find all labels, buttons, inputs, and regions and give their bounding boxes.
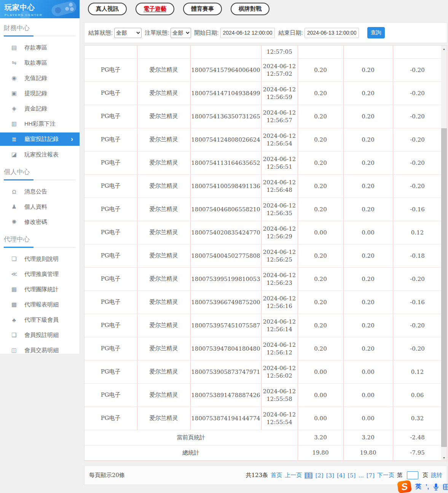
search-button[interactable]: 查詢: [367, 27, 385, 38]
cell-bet-amount: 0.20: [298, 314, 343, 337]
jump-button[interactable]: 跳转: [431, 472, 442, 479]
sidebar-item-label: 玩家投注報表: [24, 151, 59, 158]
cell-order-no: 1800753947804180480: [190, 337, 261, 360]
summary-valid-bet: 3.20: [343, 430, 393, 445]
cell-platform: [84, 46, 137, 58]
sidebar-item-agent-report-detail[interactable]: ▩ 代理報表明細: [0, 297, 80, 312]
cell-platform: PG电子: [84, 314, 137, 337]
cell-profit: -0.20: [393, 81, 442, 105]
ime-language-toggle[interactable]: 英: [415, 483, 421, 491]
vertical-scrollbar[interactable]: ▲ ▼: [441, 46, 447, 461]
bet-date: 2024-06-12: [261, 388, 298, 395]
summary-bet-amount: 19.80: [298, 445, 343, 460]
page-link-3[interactable]: [3]: [326, 472, 334, 479]
cell-valid-bet: 0.20: [343, 58, 393, 81]
end-date-input[interactable]: [305, 28, 359, 38]
summary-label: 當前頁統計: [84, 430, 298, 445]
sidebar-item-member-trade-detail[interactable]: ◫ 會員交易明細: [0, 343, 80, 358]
bet-clock: 12:55:54: [261, 418, 298, 426]
page-link-2[interactable]: [2]: [315, 472, 323, 479]
table-row: PG电子 爱尔兰精灵 1800753905873747971 2024-06-1…: [84, 360, 442, 383]
table-row: PG电子 爱尔兰精灵 1800754020835424770 2024-06-1…: [84, 221, 442, 244]
cell-platform: PG电子: [84, 58, 137, 81]
start-date-label: 開始日期:: [194, 29, 218, 37]
bet-clock: 12:56:14: [261, 325, 298, 333]
keyboard-icon[interactable]: [443, 483, 448, 490]
app-logo: 玩家中心 PLAYERS CENTER: [0, 0, 80, 18]
sidebar-item-announcement[interactable]: Ω 消息公告: [0, 184, 80, 199]
tab-electronic-games[interactable]: 電子遊藝: [136, 3, 174, 15]
cell-profit: 0.12: [393, 221, 442, 244]
cell-game: 爱尔兰精灵: [137, 407, 190, 430]
cell-time: 12:57:05: [261, 46, 298, 58]
cell-order-no: 1800754020835424770: [190, 221, 261, 244]
sidebar-item-deposit[interactable]: ▤ 存款專區: [0, 40, 80, 55]
page-link-1[interactable]: [1]: [305, 472, 312, 479]
lottery-bet-icon: ▥: [10, 120, 18, 127]
cell-profit: -0.20: [393, 58, 442, 81]
scroll-up-icon[interactable]: ▲: [441, 46, 447, 52]
cell-bet-amount: 0.20: [298, 337, 343, 360]
sidebar-item-withdraw[interactable]: ⇋ 取款專區: [0, 55, 80, 70]
cell-order-no: 1800753905873747971: [190, 360, 261, 383]
pagination-controls: 共123条 首页 上一页 [1] [2] [3] [4] [5] ... [7]…: [246, 471, 442, 479]
pagination-bar: 每頁顯示20條 共123条 首页 上一页 [1] [2] [3] [4] [5]…: [84, 466, 447, 485]
sidebar-item-funds-record[interactable]: ◈ 資金記錄: [0, 101, 80, 116]
cell-valid-bet: 0.20: [343, 174, 393, 198]
sidebar-item-agent-rules[interactable]: ❏ 代理規則說明: [0, 251, 80, 266]
sidebar-item-profile[interactable]: ♟ 個人資料: [0, 199, 80, 214]
sidebar-item-label: 存款專區: [24, 44, 47, 51]
sidebar-item-hh-lottery[interactable]: ▥ HH彩票下注: [0, 116, 80, 131]
agent-members-icon: ♣: [10, 317, 18, 323]
next-page-link[interactable]: 下一页: [377, 472, 394, 479]
cell-game: 爱尔兰精灵: [137, 174, 190, 198]
tab-board-games[interactable]: 棋牌對戰: [231, 3, 269, 15]
start-date-input[interactable]: [220, 28, 275, 38]
cell-bet-amount: [298, 46, 343, 58]
tab-sports[interactable]: 體育賽事: [183, 3, 222, 15]
microphone-icon[interactable]: [433, 483, 439, 491]
scrollbar-thumb[interactable]: [441, 128, 447, 447]
page-link-5[interactable]: [5]: [348, 472, 356, 479]
sidebar-item-player-report[interactable]: ◪ 玩家投注報表: [0, 147, 80, 162]
prev-page-link[interactable]: 上一页: [285, 472, 302, 479]
cell-valid-bet: 0.20: [343, 151, 393, 174]
scroll-down-icon[interactable]: ▼: [441, 455, 447, 461]
order-status-select[interactable]: 全部: [171, 28, 191, 38]
sidebar-item-recharge-record[interactable]: ◉ 充值記錄: [0, 70, 80, 86]
jump-page-input[interactable]: [407, 471, 418, 479]
total-count-text: 共123条: [246, 472, 268, 479]
sidebar-item-label: 代理下級會員: [24, 316, 59, 324]
sidebar-item-withdrawal-record[interactable]: ▣ 提現記錄: [0, 86, 80, 101]
sidebar-item-change-password[interactable]: ✺ 修改密碼: [0, 214, 80, 230]
password-gear-icon: ✺: [10, 219, 18, 225]
table-row: PG电子 爱尔兰精灵 1800753966749875200 2024-06-1…: [84, 290, 442, 314]
settle-status-select[interactable]: 全部: [114, 28, 142, 38]
sidebar-personal-list: Ω 消息公告 ♟ 個人資料 ✺ 修改密碼: [0, 180, 80, 230]
cell-bet-amount: 0.00: [298, 221, 343, 244]
sidebar-item-label: 會員交易明細: [24, 347, 59, 354]
sidebar-item-room-bet-record[interactable]: ≣ 廳室投註記錄 ›: [0, 132, 80, 146]
bet-date: 2024-06-12: [261, 132, 298, 140]
section-title-finance: 財務中心: [4, 24, 76, 36]
cell-profit: -0.20: [393, 337, 442, 360]
page-link-4[interactable]: [4]: [337, 472, 345, 479]
sidebar-item-member-bet-detail[interactable]: ❑ 會員投註明細: [0, 327, 80, 343]
ime-punctuation-toggle[interactable]: ’,: [426, 483, 429, 490]
table-row: PG电子 爱尔兰精灵 1800754147104938499 2024-06-1…: [84, 81, 442, 105]
sidebar-item-label: 代理推廣管理: [24, 271, 59, 278]
sidebar-item-label: 提現記錄: [24, 90, 47, 97]
sogou-logo-icon[interactable]: S: [397, 480, 412, 493]
page-link-7[interactable]: [7]: [367, 472, 375, 479]
cell-order-no: 1800753957451075587: [190, 314, 261, 337]
first-page-link[interactable]: 首页: [271, 472, 282, 479]
tab-live-video[interactable]: 真人視訊: [88, 3, 127, 15]
bet-clock: 12:56:48: [261, 186, 298, 194]
cell-profit: 0.32: [393, 407, 442, 430]
bet-date: 2024-06-12: [261, 202, 298, 209]
bet-date: 2024-06-12: [261, 295, 298, 302]
sidebar-item-agent-promo[interactable]: ≪ 代理推廣管理: [0, 266, 80, 282]
cell-game: 爱尔兰精灵: [137, 128, 190, 151]
sidebar-item-agent-members[interactable]: ♣ 代理下級會員: [0, 312, 80, 327]
sidebar-item-agent-team-stats[interactable]: ▦ 代理團隊統計: [0, 282, 80, 297]
